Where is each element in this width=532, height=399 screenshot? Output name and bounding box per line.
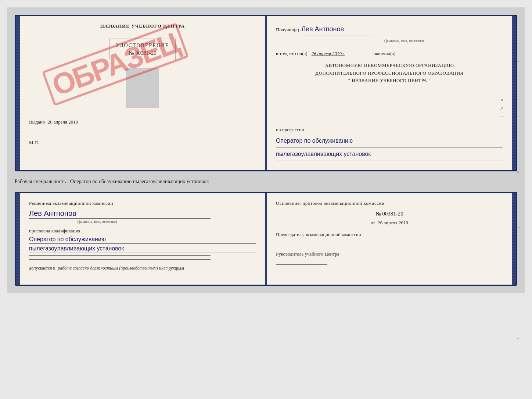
divider-text: Рабочая специальность - Оператор по обсл… <box>15 177 517 186</box>
confirmed-line: в том, что он(а) 26 апреля 2019г. окончи… <box>276 49 503 58</box>
center-head-label: Руководитель учебного Центра <box>276 251 503 257</box>
org-block: АВТОНОМНУЮ НЕКОММЕРЧЕСКУЮ ОРГАНИЗАЦИЮ ДО… <box>276 62 503 85</box>
book-spine-right <box>512 16 516 170</box>
bottom-left-page: Решением экзаменационной комиссии Лев Ан… <box>20 193 267 285</box>
mp-label: М.П. <box>29 140 256 146</box>
head-sig-line <box>276 264 327 265</box>
page-wrapper: НАЗВАНИЕ УЧЕБНОГО ЦЕНТРА ОБРАЗЕЦ УДОСТОВ… <box>7 7 525 293</box>
fio-label-bottom: (фамилия, имя, отчество) <box>29 220 165 224</box>
school-name-header: НАЗВАНИЕ УЧЕБНОГО ЦЕНТРА <box>29 23 256 29</box>
bottom-certificate-book: Решением экзаменационной комиссии Лев Ан… <box>15 192 517 286</box>
bottom-right-page: Основание: протокол экзаменационной коми… <box>267 193 512 285</box>
profession-value-line2: пылегазоулавливающих установок <box>276 149 503 161</box>
fio-label-top: (фамилия, имя, отчество) <box>305 38 503 44</box>
issued-label: Выдано <box>29 119 45 125</box>
protocol-date-prefix: от <box>371 220 375 225</box>
confirmed-suffix: окончил(а) <box>374 51 396 56</box>
sample-stamp: ОБРАЗЕЦ <box>42 22 189 106</box>
profession-label: по профессии <box>276 125 503 134</box>
allowed-text: работе согласно должностным (производств… <box>58 266 184 271</box>
confirmed-prefix: в том, что он(а) <box>276 51 308 56</box>
org-name: " НАЗВАНИЕ УЧЕБНОГО ЦЕНТРА " <box>276 77 503 85</box>
top-right-page: Получил(а) Лев Антпонов (фамилия, имя, о… <box>267 16 512 170</box>
center-head-section: Руководитель учебного Центра <box>276 251 503 265</box>
committee-chair-section: Председатель экзаменационной комиссии <box>276 232 503 245</box>
org-line2: ДОПОЛНИТЕЛЬНОГО ПРОФЕССИОНАЛЬНОГО ОБРАЗО… <box>276 70 503 77</box>
stamp-area: ОБРАЗЕЦ УДОСТОВЕРЕНИЕ № 00381-20 <box>29 35 256 108</box>
person-name-underline <box>29 218 211 219</box>
confirmed-date: 26 апреля 2019г. <box>312 51 345 56</box>
received-line: Получил(а) Лев Антпонов <box>276 23 503 36</box>
bottom-person-name: Лев Антпонов <box>29 209 256 218</box>
issued-date: 26 апреля 2019 <box>48 119 78 125</box>
right-page-content: Получил(а) Лев Антпонов (фамилия, имя, о… <box>276 23 503 160</box>
qualification-section: присвоена квалификация Оператор по обслу… <box>29 228 256 260</box>
protocol-date: 26 апреля 2019 <box>378 220 408 225</box>
received-name: Лев Антпонов <box>301 23 375 36</box>
qualification-prefix: присвоена квалификация <box>29 228 256 234</box>
allowed-prefix: допускается к <box>29 266 55 271</box>
protocol-date-line: от 26 апреля 2019 <box>276 220 503 226</box>
basis-header: Основание: протокол экзаменационной коми… <box>276 200 503 206</box>
protocol-number: № 00381-20 <box>276 211 503 217</box>
committee-chair-label: Председатель экзаменационной комиссии <box>276 232 503 238</box>
issued-line: Выдано 26 апреля 2019 <box>29 119 256 125</box>
qual-value-line1: Оператор по обслуживанию <box>29 236 256 244</box>
allowed-line: допускается к работе согласно должностны… <box>29 266 256 271</box>
bottom-spine-left <box>16 193 20 285</box>
qual-value-line2: пылегазоулавливающих установок <box>29 245 256 253</box>
resolution-header: Решением экзаменационной комиссии <box>29 200 256 206</box>
top-left-page: НАЗВАНИЕ УЧЕБНОГО ЦЕНТРА ОБРАЗЕЦ УДОСТОВ… <box>20 16 267 170</box>
book-spine-left <box>16 16 20 170</box>
top-certificate-book: НАЗВАНИЕ УЧЕБНОГО ЦЕНТРА ОБРАЗЕЦ УДОСТОВ… <box>15 15 517 171</box>
org-line1: АВТОНОМНУЮ НЕКОММЕРЧЕСКУЮ ОРГАНИЗАЦИЮ <box>276 62 503 70</box>
profession-section: по профессии Оператор по обслуживанию пы… <box>276 125 503 160</box>
profession-value-line1: Оператор по обслуживанию <box>276 136 503 147</box>
bottom-right-content: Основание: протокол экзаменационной коми… <box>276 200 503 265</box>
received-prefix: Получил(а) <box>276 25 299 34</box>
chair-sig-line <box>276 245 327 245</box>
bottom-spine-right <box>512 193 516 285</box>
